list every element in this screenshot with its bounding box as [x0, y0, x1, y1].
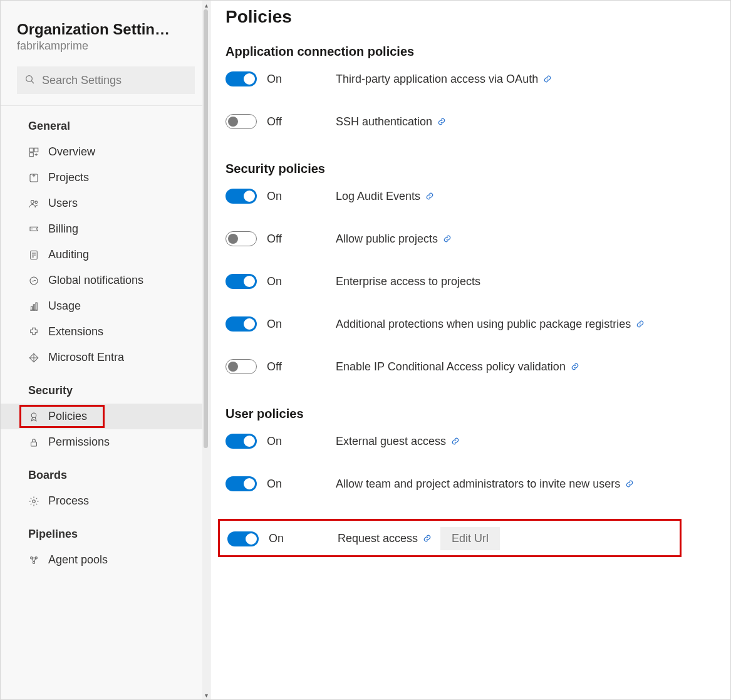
page-title: Policies	[226, 7, 705, 27]
link-icon[interactable]	[443, 234, 452, 243]
sidebar-item-overview[interactable]: Overview	[1, 139, 210, 165]
toggle-knob	[244, 436, 255, 447]
sidebar-item-label: Users	[48, 197, 78, 210]
toggle-allow-team-and-project-administrators-to-invite-new-users[interactable]	[226, 476, 257, 491]
toggle-knob	[244, 73, 255, 85]
edit-url-button[interactable]: Edit Url	[440, 527, 500, 550]
sidebar-item-label: Billing	[48, 222, 78, 236]
policy-row: OnRequest accessEdit Url	[227, 527, 500, 550]
scroll-down-icon[interactable]: ▾	[202, 691, 210, 699]
agentpools-icon	[28, 555, 39, 566]
sidebar-item-label: Process	[48, 494, 89, 508]
toggle-log-audit-events[interactable]	[226, 189, 257, 204]
overview-icon	[28, 147, 39, 158]
toggle-knob	[244, 191, 255, 202]
billing-icon	[28, 224, 39, 235]
link-icon[interactable]	[451, 437, 460, 446]
policy-name: Enable IP Conditional Access policy vali…	[336, 360, 579, 374]
toggle-state-label: On	[267, 275, 336, 288]
sidebar: Organization Settin… fabrikamprime Gener…	[1, 1, 210, 699]
toggle-external-guest-access[interactable]	[226, 434, 257, 449]
notifications-icon	[28, 275, 39, 286]
sidebar-item-extensions[interactable]: Extensions	[1, 319, 210, 345]
policy-row: OffEnable IP Conditional Access policy v…	[226, 359, 705, 374]
link-icon[interactable]	[423, 534, 432, 543]
sidebar-subtitle: fabrikamprime	[1, 39, 210, 63]
policy-name: Third-party application access via OAuth	[336, 73, 552, 86]
policy-row: OffAllow public projects	[226, 231, 705, 246]
toggle-knob	[244, 276, 255, 287]
toggle-additional-protections-when-using-public-package-registries[interactable]	[226, 316, 257, 332]
toggle-allow-public-projects[interactable]	[226, 231, 257, 246]
policy-row: OnLog Audit Events	[226, 189, 705, 204]
toggle-state-label: On	[267, 478, 336, 491]
sidebar-item-label: Agent pools	[48, 553, 108, 567]
policy-row: OffSSH authentication	[226, 114, 705, 129]
sidebar-item-users[interactable]: Users	[1, 191, 210, 216]
policy-row: OnAllow team and project administrators …	[226, 476, 705, 491]
toggle-state-label: On	[267, 190, 336, 203]
sidebar-title: Organization Settin…	[1, 9, 210, 39]
toggle-state-label: On	[267, 318, 336, 331]
sidebar-item-microsoft-entra[interactable]: Microsoft Entra	[1, 345, 210, 370]
sidebar-item-billing[interactable]: Billing	[1, 216, 210, 242]
toggle-request-access[interactable]	[227, 531, 259, 546]
sidebar-item-label: Global notifications	[48, 274, 143, 287]
scroll-thumb[interactable]	[204, 9, 208, 448]
scroll-up-icon[interactable]: ▴	[202, 1, 210, 9]
policy-name: Enterprise access to projects	[336, 275, 480, 288]
policy-name: Log Audit Events	[336, 190, 434, 203]
policy-icon	[28, 411, 39, 422]
extensions-icon	[28, 326, 39, 338]
highlighted-policy: OnRequest accessEdit Url	[218, 519, 682, 557]
link-icon[interactable]	[625, 479, 634, 488]
policy-name: Additional protections when using public…	[336, 318, 645, 331]
policy-name: Allow team and project administrators to…	[336, 478, 634, 491]
sidebar-scrollbar[interactable]: ▴ ▾	[202, 1, 210, 699]
toggle-state-label: Off	[267, 232, 336, 246]
search-settings[interactable]	[17, 66, 195, 94]
sidebar-item-auditing[interactable]: Auditing	[1, 242, 210, 268]
toggle-enterprise-access-to-projects[interactable]	[226, 274, 257, 289]
policy-name: Request access	[338, 532, 432, 545]
sidebar-item-usage[interactable]: Usage	[1, 293, 210, 319]
auditing-icon	[28, 249, 39, 261]
sidebar-item-permissions[interactable]: Permissions	[1, 429, 210, 455]
toggle-ssh-authentication[interactable]	[226, 114, 257, 129]
link-icon[interactable]	[636, 320, 645, 328]
sidebar-item-label: Usage	[48, 300, 81, 313]
sidebar-item-process[interactable]: Process	[1, 488, 210, 514]
toggle-knob	[228, 117, 238, 127]
toggle-knob	[244, 478, 255, 489]
link-icon[interactable]	[571, 362, 579, 371]
main-content: Policies Application connection policies…	[210, 1, 730, 699]
section-title: Security policies	[226, 162, 705, 176]
sidebar-item-global-notifications[interactable]: Global notifications	[1, 268, 210, 293]
toggle-state-label: On	[267, 435, 336, 448]
policy-row: OnAdditional protections when using publ…	[226, 316, 705, 332]
toggle-state-label: Off	[267, 360, 336, 374]
toggle-enable-ip-conditional-access-policy-validation[interactable]	[226, 359, 257, 374]
toggle-state-label: On	[269, 532, 338, 545]
sidebar-item-policies[interactable]: Policies	[1, 404, 210, 429]
projects-icon	[28, 172, 39, 184]
sidebar-item-projects[interactable]: Projects	[1, 165, 210, 191]
link-icon[interactable]	[543, 75, 552, 83]
usage-icon	[28, 301, 39, 312]
link-icon[interactable]	[437, 117, 446, 126]
toggle-third-party-application-access-via-oauth[interactable]	[226, 71, 257, 86]
policy-row: OnThird-party application access via OAu…	[226, 71, 705, 86]
link-icon[interactable]	[425, 192, 434, 201]
toggle-knob	[246, 533, 257, 545]
nav-group-title: Pipelines	[1, 514, 210, 547]
policy-name: SSH authentication	[336, 115, 446, 128]
sidebar-item-label: Policies	[48, 410, 87, 423]
nav-group-title: Boards	[1, 455, 210, 488]
search-icon	[24, 74, 36, 87]
policy-name: External guest access	[336, 435, 460, 448]
sidebar-item-label: Auditing	[48, 248, 89, 261]
search-input[interactable]	[42, 74, 187, 87]
entra-icon	[28, 352, 39, 363]
sidebar-item-agent-pools[interactable]: Agent pools	[1, 547, 210, 573]
sidebar-item-label: Permissions	[48, 436, 110, 449]
